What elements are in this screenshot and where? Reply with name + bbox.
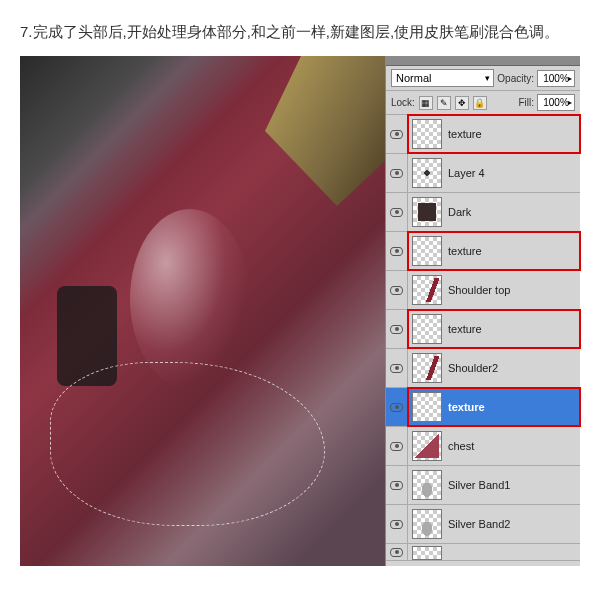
layer-body: texture — [408, 388, 580, 426]
layer-item[interactable]: Dark — [386, 193, 580, 232]
layer-name-label: texture — [448, 245, 482, 257]
layer-visibility-toggle[interactable] — [386, 271, 408, 309]
layer-item[interactable]: texture — [386, 388, 580, 427]
layer-thumbnail[interactable] — [412, 119, 442, 149]
layer-thumbnail[interactable] — [412, 392, 442, 422]
layer-thumbnail[interactable] — [412, 546, 442, 560]
eye-icon — [390, 442, 403, 451]
layer-name-label: Layer 4 — [448, 167, 485, 179]
layer-item[interactable]: Layer 4 — [386, 154, 580, 193]
layer-thumbnail[interactable] — [412, 353, 442, 383]
blend-mode-value: Normal — [396, 72, 431, 84]
layer-name-label: texture — [448, 323, 482, 335]
eye-icon — [390, 247, 403, 256]
thumbnail-content — [415, 278, 439, 302]
layer-body: Shoulder2 — [408, 349, 580, 387]
layer-item[interactable]: chest — [386, 427, 580, 466]
layer-item[interactable]: Shoulder top — [386, 271, 580, 310]
layer-name-label: Silver Band2 — [448, 518, 510, 530]
layer-thumbnail[interactable] — [412, 275, 442, 305]
layer-visibility-toggle[interactable] — [386, 427, 408, 465]
artwork-highlight — [130, 209, 250, 389]
layer-thumbnail[interactable] — [412, 470, 442, 500]
thumbnail-content — [415, 356, 439, 380]
layer-name-label: texture — [448, 401, 485, 413]
lock-brush-icon[interactable]: ✎ — [437, 96, 451, 110]
fill-label: Fill: — [518, 97, 534, 108]
lock-all-icon[interactable]: 🔒 — [473, 96, 487, 110]
opacity-value: 100% — [543, 73, 569, 84]
layer-body: Layer 4 — [408, 154, 580, 192]
layer-visibility-toggle[interactable] — [386, 544, 408, 560]
instruction-text: 7.完成了头部后,开始处理身体部分,和之前一样,新建图层,使用皮肤笔刷混合色调。 — [20, 20, 580, 44]
layer-visibility-toggle[interactable] — [386, 154, 408, 192]
layer-body: Dark — [408, 193, 580, 231]
eye-icon — [390, 548, 403, 557]
layer-visibility-toggle[interactable] — [386, 466, 408, 504]
layer-item[interactable] — [386, 544, 580, 561]
layers-list: textureLayer 4DarktextureShoulder toptex… — [386, 115, 580, 561]
layer-visibility-toggle[interactable] — [386, 115, 408, 153]
layer-thumbnail[interactable] — [412, 431, 442, 461]
layer-name-label: Shoulder2 — [448, 362, 498, 374]
lock-transparency-icon[interactable]: ▦ — [419, 96, 433, 110]
layer-body: Silver Band1 — [408, 466, 580, 504]
eye-icon — [390, 364, 403, 373]
layer-thumbnail[interactable] — [412, 197, 442, 227]
layer-visibility-toggle[interactable] — [386, 388, 408, 426]
panel-header-bar — [386, 56, 580, 66]
thumbnail-content — [418, 203, 436, 221]
layer-name-label: Silver Band1 — [448, 479, 510, 491]
layer-visibility-toggle[interactable] — [386, 232, 408, 270]
eye-icon — [390, 403, 403, 412]
layer-body: texture — [408, 115, 580, 153]
layer-body — [408, 544, 580, 560]
blend-mode-row: Normal Opacity: 100% — [386, 66, 580, 91]
fill-value: 100% — [543, 97, 569, 108]
main-content: Normal Opacity: 100% Lock: ▦ ✎ ✥ 🔒 Fill:… — [20, 56, 580, 566]
layer-item[interactable]: Silver Band2 — [386, 505, 580, 544]
layer-name-label: chest — [448, 440, 474, 452]
layer-visibility-toggle[interactable] — [386, 310, 408, 348]
lock-label: Lock: — [391, 97, 415, 108]
layer-thumbnail[interactable] — [412, 158, 442, 188]
thumbnail-content — [415, 161, 439, 185]
eye-icon — [390, 286, 403, 295]
layer-visibility-toggle[interactable] — [386, 349, 408, 387]
thumbnail-content — [415, 473, 439, 497]
canvas-artwork[interactable] — [20, 56, 385, 566]
layer-body: Silver Band2 — [408, 505, 580, 543]
layer-thumbnail[interactable] — [412, 314, 442, 344]
layer-body: chest — [408, 427, 580, 465]
fill-input[interactable]: 100% — [537, 94, 575, 111]
layer-name-label: Shoulder top — [448, 284, 510, 296]
eye-icon — [390, 520, 403, 529]
eye-icon — [390, 208, 403, 217]
thumbnail-content — [415, 434, 439, 458]
layer-name-label: texture — [448, 128, 482, 140]
layer-visibility-toggle[interactable] — [386, 193, 408, 231]
layers-panel: Normal Opacity: 100% Lock: ▦ ✎ ✥ 🔒 Fill:… — [385, 56, 580, 566]
layer-item[interactable]: texture — [386, 115, 580, 154]
layer-name-label: Dark — [448, 206, 471, 218]
lock-row: Lock: ▦ ✎ ✥ 🔒 Fill: 100% — [386, 91, 580, 115]
eye-icon — [390, 325, 403, 334]
thumbnail-content — [415, 512, 439, 536]
opacity-input[interactable]: 100% — [537, 70, 575, 87]
layer-visibility-toggle[interactable] — [386, 505, 408, 543]
layer-body: texture — [408, 310, 580, 348]
layer-item[interactable]: Shoulder2 — [386, 349, 580, 388]
artwork-dark-shape — [57, 286, 117, 386]
layer-item[interactable]: texture — [386, 232, 580, 271]
lock-position-icon[interactable]: ✥ — [455, 96, 469, 110]
layer-thumbnail[interactable] — [412, 509, 442, 539]
layer-item[interactable]: Silver Band1 — [386, 466, 580, 505]
layer-thumbnail[interactable] — [412, 236, 442, 266]
layer-body: Shoulder top — [408, 271, 580, 309]
layer-item[interactable]: texture — [386, 310, 580, 349]
eye-icon — [390, 130, 403, 139]
blend-mode-select[interactable]: Normal — [391, 69, 494, 87]
opacity-label: Opacity: — [497, 73, 534, 84]
eye-icon — [390, 481, 403, 490]
eye-icon — [390, 169, 403, 178]
